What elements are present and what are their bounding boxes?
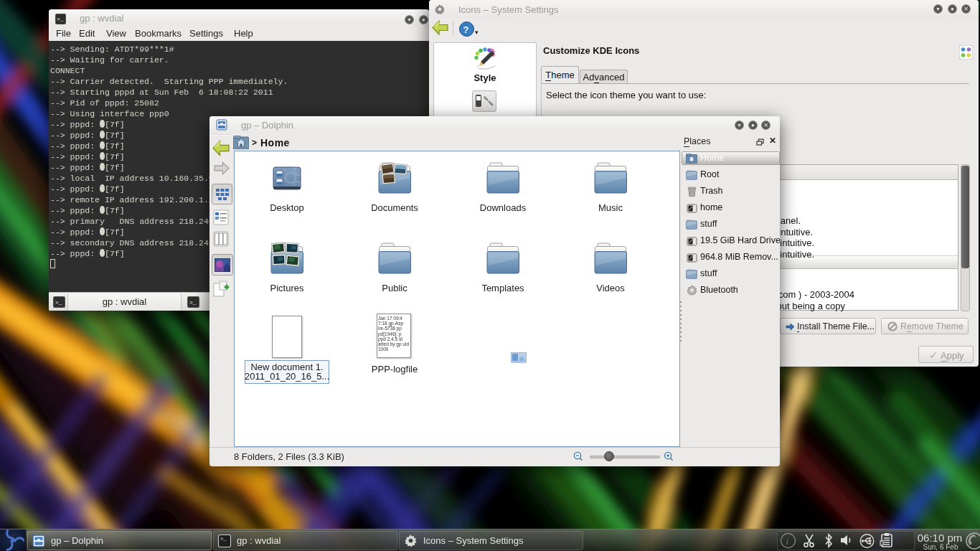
svg-text:i: i <box>786 536 789 547</box>
svg-text:>_: >_ <box>189 299 197 306</box>
svg-text:>_: >_ <box>220 537 226 542</box>
svg-text:>_: >_ <box>57 16 64 22</box>
svg-text:?: ? <box>463 24 469 35</box>
svg-text:>_: >_ <box>55 299 62 306</box>
